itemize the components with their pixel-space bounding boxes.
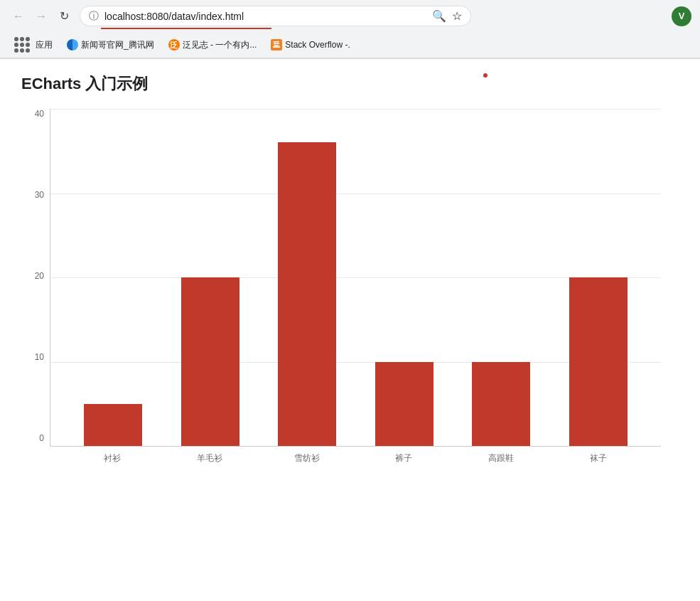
address-bar[interactable]: ⓘ 🔍 ☆: [80, 6, 471, 26]
svg-rect-1: [274, 41, 279, 43]
apps-bookmark[interactable]: 应用: [9, 35, 58, 55]
search-icon[interactable]: 🔍: [432, 9, 446, 23]
forward-button[interactable]: →: [31, 6, 51, 26]
y-label-20: 20: [35, 271, 44, 281]
y-label-10: 10: [35, 352, 44, 362]
apps-grid-icon: [14, 37, 30, 53]
bookmarks-bar: 应用 新闻哥官网_腾讯网 泛 泛见志 - 一个有内...: [0, 32, 700, 58]
fanjian-favicon: 泛: [168, 39, 180, 50]
bookmark-xinwen-label: 新闻哥官网_腾讯网: [81, 39, 154, 51]
bar-group-kuzi[interactable]: [356, 109, 453, 446]
address-underline: [101, 28, 271, 29]
x-label-xuefangshan: 雪纺衫: [258, 452, 355, 464]
x-label-yangmaoshan: 羊毛衫: [161, 452, 259, 464]
bar-wazi[interactable]: [569, 277, 628, 446]
bookmark-fanjian[interactable]: 泛 泛见志 - 一个有内...: [163, 37, 263, 53]
reload-button[interactable]: ↻: [54, 6, 74, 26]
svg-rect-0: [273, 46, 280, 48]
bar-chenshan[interactable]: [84, 404, 142, 446]
xinwen-favicon: [67, 39, 78, 50]
y-label-0: 0: [39, 433, 44, 443]
page-content: ECharts 入门示例 40 30 20 10 0: [0, 59, 700, 479]
bookmark-stackoverflow-label: Stack Overflow -.: [285, 40, 350, 50]
browser-toolbar: ← → ↻ ⓘ 🔍 ☆ V: [0, 0, 700, 32]
bar-group-yangmaoshan[interactable]: [162, 109, 259, 446]
profile-avatar[interactable]: V: [672, 6, 691, 26]
bar-group-chenshan[interactable]: [65, 109, 162, 446]
bar-yangmaoshan[interactable]: [181, 277, 239, 446]
y-label-40: 40: [35, 109, 44, 119]
info-icon: ⓘ: [89, 10, 99, 23]
bookmark-xinwen[interactable]: 新闻哥官网_腾讯网: [61, 37, 160, 53]
browser-chrome: ← → ↻ ⓘ 🔍 ☆ V 应用: [0, 0, 700, 59]
bookmark-fanjian-label: 泛见志 - 一个有内...: [183, 39, 257, 51]
bar-group-xuefangshan[interactable]: [259, 109, 356, 446]
x-axis: 衬衫 羊毛衫 雪纺衫 裤子 高跟鞋 袜子: [50, 447, 661, 464]
address-input[interactable]: [104, 11, 426, 22]
nav-buttons: ← → ↻: [9, 6, 74, 26]
x-label-chenshan: 衬衫: [64, 452, 161, 464]
bar-kuzi[interactable]: [375, 362, 434, 447]
y-axis: 40 30 20 10 0: [21, 109, 50, 464]
bar-group-gaogenxie[interactable]: [453, 109, 550, 446]
chart-area: 衬衫 羊毛衫 雪纺衫 裤子 高跟鞋 袜子: [50, 109, 661, 464]
bar-group-wazi[interactable]: [550, 109, 647, 446]
toolbar-icons: V: [672, 6, 691, 26]
y-label-30: 30: [35, 190, 44, 200]
chart-container: 40 30 20 10 0: [21, 109, 661, 464]
svg-rect-2: [274, 43, 279, 44]
bar-xuefangshan[interactable]: [278, 142, 336, 446]
back-button[interactable]: ←: [9, 6, 28, 26]
page-title: ECharts 入门示例: [21, 73, 679, 95]
bars-container: [50, 109, 661, 446]
bookmark-star-icon[interactable]: ☆: [452, 9, 462, 23]
stackoverflow-favicon: [271, 39, 282, 50]
red-dot-indicator: [483, 73, 488, 78]
x-label-wazi: 袜子: [549, 452, 647, 464]
bar-gaogenxie[interactable]: [472, 362, 530, 447]
apps-label: 应用: [36, 39, 53, 51]
chart-plot: [50, 109, 661, 447]
bookmark-stackoverflow[interactable]: Stack Overflow -.: [265, 37, 355, 53]
x-label-kuzi: 裤子: [355, 452, 453, 464]
x-label-gaogenxie: 高跟鞋: [453, 452, 550, 464]
svg-rect-3: [274, 45, 279, 46]
